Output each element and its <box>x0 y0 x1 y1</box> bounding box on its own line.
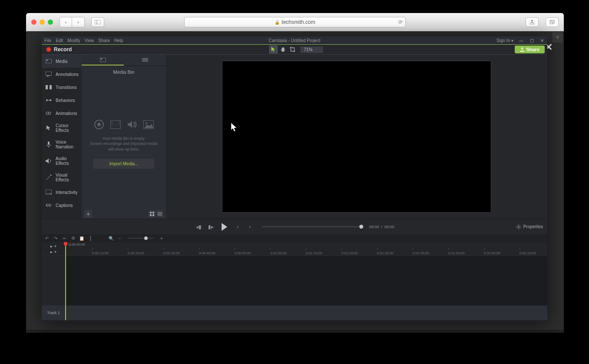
track-row[interactable] <box>65 305 547 320</box>
panel-title: Media Bin <box>82 66 166 78</box>
zoom-knob[interactable] <box>144 236 148 240</box>
sidebar-toggle[interactable] <box>91 17 104 27</box>
zoom-slider[interactable] <box>128 238 154 239</box>
tab-interactivity[interactable]: Interactivity <box>42 186 82 199</box>
panel-tab-bin[interactable] <box>82 55 124 66</box>
tab-annotations[interactable]: Annotations <box>42 68 82 81</box>
prev-frame-button[interactable]: ◂▮ <box>195 223 202 231</box>
forward-button[interactable]: › <box>72 17 84 27</box>
zoom-out-button[interactable]: − <box>117 236 122 241</box>
track-label[interactable]: Track 1 <box>42 305 65 320</box>
menu-view[interactable]: View <box>85 38 94 43</box>
menu-help[interactable]: Help <box>114 38 123 43</box>
tick: 0:00:30;00 <box>163 251 180 255</box>
add-marker[interactable]: + <box>54 244 57 249</box>
time-current: 00:00 <box>369 225 379 229</box>
zoom-in-button[interactable]: + <box>159 236 164 241</box>
properties-button[interactable]: Properties <box>516 224 543 230</box>
empty-text-2: Screen recordings and imported media wil… <box>88 141 160 152</box>
list-view-icon[interactable] <box>156 210 163 217</box>
browser-toolbar: ‹ › 🔒 techsmith.com ⟳ <box>26 13 564 31</box>
menu-edit[interactable]: Edit <box>56 38 63 43</box>
menu-file[interactable]: File <box>44 38 51 43</box>
tab-voice-narration[interactable]: Voice Narration <box>42 136 82 153</box>
tab-transitions[interactable]: Transitions <box>42 81 82 94</box>
zoom-icon: 🔍 <box>109 236 114 241</box>
svg-rect-2 <box>530 23 534 25</box>
tick: 0:00:20;00 <box>128 251 144 255</box>
svg-rect-15 <box>46 190 52 194</box>
lock-icon: 🔒 <box>275 20 280 25</box>
minimize-icon[interactable]: — <box>519 38 524 43</box>
import-media-button[interactable]: Import Media... <box>93 159 154 169</box>
panel-tab-library[interactable] <box>124 55 166 66</box>
select-tool[interactable] <box>269 45 278 54</box>
timeline-ruler[interactable]: 0:00:00;00 0:00:10;000:00:20;000:00:30;0… <box>65 242 547 256</box>
close-icon[interactable]: ✕ <box>539 38 545 43</box>
undo-button[interactable]: ↶ <box>44 236 50 241</box>
tab-audio-effects[interactable]: Audio Effects <box>42 153 82 169</box>
play-button[interactable] <box>219 222 229 232</box>
prev-marker-button[interactable]: ‹ <box>234 223 242 231</box>
tick: 0:01:00;00 <box>270 251 287 255</box>
quiz-toggle[interactable]: ▸ <box>50 249 53 254</box>
sign-in-button[interactable]: Sign In ▾ <box>496 38 513 43</box>
share-icon[interactable] <box>526 17 539 27</box>
address-bar[interactable]: 🔒 techsmith.com ⟳ <box>184 17 406 27</box>
svg-rect-4 <box>551 20 554 23</box>
animation-icon <box>45 110 52 116</box>
mic-icon <box>45 141 52 148</box>
canvas-area <box>166 55 547 219</box>
tab-captions[interactable]: CCCaptions <box>42 199 82 212</box>
traffic-light-close[interactable] <box>31 20 36 25</box>
gear-icon <box>516 224 521 230</box>
split-button[interactable]: ⎮ <box>88 236 93 241</box>
reload-icon[interactable]: ⟳ <box>398 19 403 25</box>
scrub-knob[interactable] <box>359 225 363 229</box>
tab-animations[interactable]: Animations <box>42 107 82 120</box>
tabs-icon[interactable] <box>546 17 559 27</box>
behavior-icon <box>45 97 52 103</box>
traffic-light-minimize[interactable] <box>40 20 45 25</box>
tab-media[interactable]: Media <box>42 55 82 68</box>
wand-icon <box>45 174 52 180</box>
paste-button[interactable]: 📋 <box>79 236 84 241</box>
tab-cursor-effects[interactable]: Cursor Effects <box>42 120 82 136</box>
svg-point-11 <box>50 99 51 101</box>
maximize-icon[interactable]: ▢ <box>529 38 534 43</box>
preview-canvas[interactable] <box>222 61 491 213</box>
menu-modify[interactable]: Modify <box>67 38 80 43</box>
svg-point-29 <box>146 122 147 124</box>
tab-behaviors[interactable]: Behaviors <box>42 94 82 107</box>
markers-toggle[interactable]: ▸ <box>50 244 53 249</box>
svg-rect-32 <box>150 214 152 216</box>
menu-share[interactable]: Share <box>98 38 110 43</box>
grid-view-icon[interactable] <box>149 210 156 217</box>
record-button[interactable]: Record <box>42 46 76 52</box>
url-text: techsmith.com <box>281 19 315 25</box>
redo-button[interactable]: ↷ <box>53 236 58 241</box>
next-frame-button[interactable]: ▮▸ <box>207 223 215 231</box>
cut-button[interactable]: ✂ <box>62 236 67 241</box>
scrub-slider[interactable] <box>261 226 361 227</box>
browser-window: ‹ › 🔒 techsmith.com ⟳ + ✕ File Edit M <box>26 13 564 330</box>
back-button[interactable]: ‹ <box>60 17 72 27</box>
copy-button[interactable]: ⧉ <box>70 236 76 241</box>
next-marker-button[interactable]: › <box>246 223 254 231</box>
video-placeholder-icon <box>109 118 122 131</box>
record-icon <box>46 47 51 52</box>
crop-tool[interactable] <box>288 45 297 54</box>
playhead[interactable] <box>65 242 66 320</box>
tab-visual-effects[interactable]: Visual Effects <box>42 169 82 186</box>
tracks-area[interactable] <box>65 256 547 320</box>
audio-placeholder-icon <box>126 118 138 131</box>
upload-icon <box>520 47 524 52</box>
pan-tool[interactable] <box>278 45 287 54</box>
traffic-light-zoom[interactable] <box>48 20 53 25</box>
share-button[interactable]: Share <box>515 46 545 53</box>
new-tab-button[interactable]: + <box>553 32 563 43</box>
add-quiz[interactable]: + <box>54 249 57 254</box>
svg-rect-25 <box>112 124 113 125</box>
zoom-select[interactable]: 71% <box>300 46 323 53</box>
add-button[interactable]: + <box>84 210 92 218</box>
